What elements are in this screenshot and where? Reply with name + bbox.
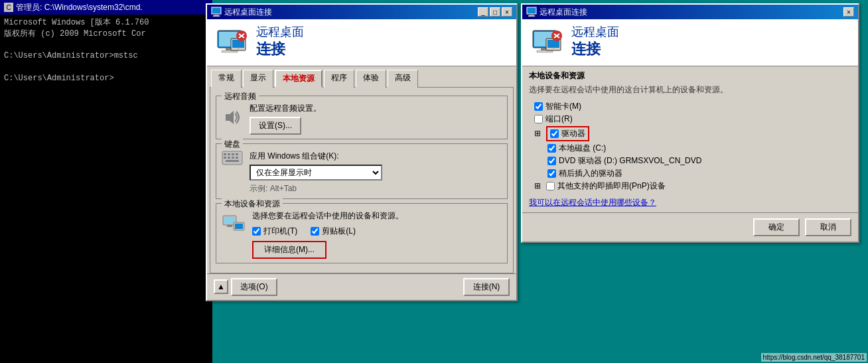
keyboard-option-select[interactable]: 仅在全屏显示时 bbox=[250, 165, 382, 181]
tab-display[interactable]: 显示 bbox=[243, 70, 273, 88]
tab-advanced[interactable]: 高级 bbox=[388, 70, 418, 88]
drives-children: 本地磁盘 (C:) DVD 驱动器 (D:) GRMSXVOL_CN_DVD 稍… bbox=[547, 143, 851, 179]
keyboard-icon bbox=[222, 151, 243, 167]
rdp1-title-buttons: _ □ × bbox=[478, 7, 512, 17]
rdp1-title-left: 远程桌面连接 bbox=[211, 7, 272, 18]
port-checkbox[interactable] bbox=[534, 115, 543, 123]
rdp1-header-line1: 远程桌面 bbox=[256, 26, 304, 39]
tab-general[interactable]: 常规 bbox=[211, 70, 242, 88]
rdp1-header: 远程桌面 连接 bbox=[207, 19, 516, 66]
rdp1-header-text: 远程桌面 连接 bbox=[256, 26, 304, 59]
rdp2-section-title: 本地设备和资源 bbox=[529, 70, 851, 82]
svg-rect-0 bbox=[212, 7, 221, 14]
cmd-titlebar: C 管理员: C:\Windows\system32\cmd. bbox=[0, 0, 212, 15]
options-arrow-btn[interactable]: ▲ bbox=[214, 279, 228, 294]
help-link[interactable]: 我可以在远程会话中使用哪些设备？ bbox=[529, 197, 851, 208]
rdp1-tab-content: 远程音频 配置远程音频设置。 设置(S)... 键盘 bbox=[210, 87, 514, 273]
cmd-line3 bbox=[4, 40, 208, 51]
options-btn[interactable]: 选项(O) bbox=[231, 278, 277, 296]
printer-label: 打印机(T) bbox=[263, 226, 297, 237]
svg-rect-29 bbox=[235, 224, 243, 229]
rdp2-section-desc: 选择要在远程会话中使用的这台计算机上的设备和资源。 bbox=[529, 84, 851, 96]
watermark: https://blog.csdn.net/qq_38187701 bbox=[761, 353, 867, 362]
svg-rect-16 bbox=[228, 153, 230, 155]
other-devices-checkbox[interactable] bbox=[546, 182, 555, 190]
keyboard-content: 应用 Windows 组合键(K): 仅在全屏显示时 示例: Alt+Tab bbox=[222, 151, 502, 194]
connect-btn[interactable]: 连接(N) bbox=[463, 278, 510, 296]
rdp2-header-line1: 远程桌面 bbox=[571, 26, 619, 39]
later-drives-label: 稍后插入的驱动器 bbox=[559, 168, 622, 179]
devices-desc: 选择您要在远程会话中使用的设备和资源。 bbox=[252, 210, 502, 222]
rdp1-titlebar: 远程桌面连接 _ □ × bbox=[207, 5, 516, 19]
clipboard-checkbox-row: 剪贴板(L) bbox=[311, 226, 356, 237]
rdp2-close-btn[interactable]: × bbox=[843, 7, 854, 17]
speaker-icon bbox=[222, 107, 243, 130]
svg-rect-15 bbox=[224, 153, 226, 155]
svg-point-39 bbox=[553, 47, 554, 48]
rdp2-title-left: 远程桌面连接 bbox=[526, 7, 587, 18]
audio-settings-btn[interactable]: 设置(S)... bbox=[250, 117, 301, 135]
drives-checkbox[interactable] bbox=[550, 129, 559, 138]
svg-rect-18 bbox=[236, 153, 238, 155]
devices-checkboxes: 打印机(T) 剪贴板(L) bbox=[252, 226, 502, 237]
detail-btn[interactable]: 详细信息(M)... bbox=[252, 241, 326, 259]
svg-rect-27 bbox=[225, 227, 234, 228]
keyboard-example: 示例: Alt+Tab bbox=[250, 183, 382, 194]
rdp2-titlebar: 远程桌面连接 × bbox=[522, 5, 858, 19]
svg-marker-13 bbox=[226, 111, 234, 124]
later-drives-item: 稍后插入的驱动器 bbox=[547, 168, 851, 179]
devices-section-label: 本地设备和资源 bbox=[222, 198, 283, 210]
audio-right: 配置远程音频设置。 设置(S)... bbox=[250, 103, 321, 135]
local-disk-label: 本地磁盘 (C:) bbox=[559, 143, 606, 154]
svg-rect-21 bbox=[232, 157, 234, 159]
other-devices-item: ⊞ 其他支持的即插即用(PnP)设备 bbox=[534, 181, 851, 192]
local-disk-checkbox[interactable] bbox=[547, 144, 556, 153]
svg-rect-20 bbox=[228, 157, 230, 159]
rdp2-device-section: 本地设备和资源 选择要在远程会话中使用的这台计算机上的设备和资源。 智能卡(M)… bbox=[522, 66, 858, 212]
tab-local-resources[interactable]: 本地资源 bbox=[275, 70, 323, 88]
rdp2-ok-btn[interactable]: 确定 bbox=[753, 218, 800, 236]
drives-root-item: ⊞ 驱动器 bbox=[534, 126, 851, 141]
rdp2-header-line2: 连接 bbox=[571, 39, 619, 59]
smart-card-checkbox[interactable] bbox=[534, 102, 543, 111]
rdp1-minimize-btn[interactable]: _ bbox=[478, 7, 488, 17]
svg-rect-17 bbox=[232, 153, 234, 155]
local-disk-item: 本地磁盘 (C:) bbox=[547, 143, 851, 154]
other-devices-expand-icon: ⊞ bbox=[534, 181, 541, 190]
smart-card-item: 智能卡(M) bbox=[534, 101, 851, 112]
dvd-drive-checkbox[interactable] bbox=[547, 157, 556, 165]
svg-point-9 bbox=[238, 47, 239, 48]
rdp2-bottom: 确定 取消 bbox=[522, 212, 858, 242]
rdp-dialog1: 远程桌面连接 _ □ × 远 bbox=[206, 3, 518, 301]
clipboard-label: 剪贴板(L) bbox=[322, 226, 356, 237]
devices-section: 本地设备和资源 选择您要在远程会话中使用的设备和资源。 bbox=[216, 203, 508, 263]
rdp2-header-text: 远程桌面 连接 bbox=[571, 26, 619, 59]
cmd-line1: Microsoft Windows [版本 6.1.760 bbox=[4, 17, 208, 29]
svg-rect-30 bbox=[527, 7, 536, 14]
later-drives-checkbox[interactable] bbox=[547, 169, 556, 178]
rdp2-title-text: 远程桌面连接 bbox=[540, 7, 587, 18]
clipboard-checkbox[interactable] bbox=[311, 227, 319, 236]
tab-programs[interactable]: 程序 bbox=[324, 70, 354, 88]
cmd-icon: C bbox=[4, 3, 13, 12]
rdp1-header-icon bbox=[216, 29, 248, 56]
svg-rect-1 bbox=[214, 14, 218, 15]
rdp1-title-icon bbox=[211, 7, 222, 17]
rdp1-header-line2: 连接 bbox=[256, 39, 304, 59]
cmd-line4: C:\Users\Administrator>mstsc bbox=[4, 50, 208, 62]
tab-experience[interactable]: 体验 bbox=[356, 70, 386, 88]
rdp2-header: 远程桌面 连接 bbox=[522, 19, 858, 66]
rdp2-device-tree: 智能卡(M) 端口(R) ⊞ 驱动器 本地磁盘 (C:) bbox=[534, 101, 851, 192]
smart-card-label: 智能卡(M) bbox=[545, 101, 581, 112]
keyboard-apply-label: 应用 Windows 组合键(K): bbox=[250, 151, 382, 162]
rdp1-bottom-left: ▲ 选项(O) bbox=[214, 278, 277, 296]
svg-rect-32 bbox=[528, 15, 535, 17]
rdp1-close-btn[interactable]: × bbox=[502, 7, 512, 17]
printer-checkbox[interactable] bbox=[252, 227, 261, 236]
audio-section: 远程音频 配置远程音频设置。 设置(S)... bbox=[216, 96, 508, 139]
rdp2-header-icon bbox=[532, 29, 563, 56]
rdp2-cancel-btn[interactable]: 取消 bbox=[805, 218, 851, 236]
port-item: 端口(R) bbox=[534, 113, 851, 125]
rdp1-maximize-btn[interactable]: □ bbox=[490, 7, 500, 17]
drives-highlight-box: 驱动器 bbox=[546, 126, 589, 141]
